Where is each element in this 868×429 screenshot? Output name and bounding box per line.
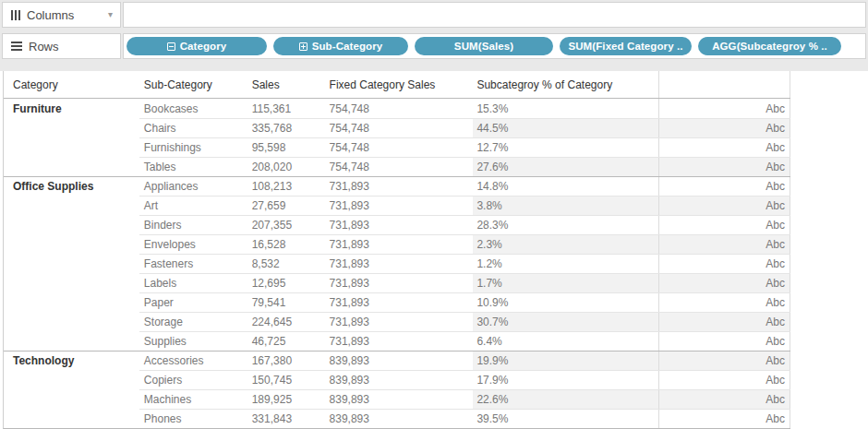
- sales-cell[interactable]: 79,541: [248, 292, 326, 312]
- fixed-category-sales-cell[interactable]: 754,748: [326, 157, 474, 176]
- pct-of-category-cell[interactable]: 28.3%: [473, 215, 658, 234]
- sales-cell[interactable]: 207,355: [248, 215, 326, 234]
- category-cell[interactable]: [4, 196, 139, 215]
- header-subcategory-pct[interactable]: Subcategroy % of Category: [473, 71, 658, 98]
- sub-category-cell[interactable]: Envelopes: [139, 234, 248, 254]
- fixed-category-sales-cell[interactable]: 731,893: [326, 215, 474, 234]
- pill-sum-fixed-category-sales[interactable]: SUM(Fixed Category ..: [560, 37, 692, 55]
- columns-shelf-label-box[interactable]: Columns ▾: [2, 2, 121, 28]
- header-sales[interactable]: Sales: [248, 71, 326, 98]
- pct-of-category-cell[interactable]: 1.2%: [473, 254, 658, 273]
- abc-placeholder-cell[interactable]: Abc: [658, 176, 790, 196]
- category-cell[interactable]: Office Supplies: [4, 176, 139, 196]
- fixed-category-sales-cell[interactable]: 731,893: [326, 196, 474, 215]
- header-fixed-category-sales[interactable]: Fixed Category Sales: [326, 71, 474, 98]
- sub-category-cell[interactable]: Art: [139, 196, 248, 215]
- pct-of-category-cell[interactable]: 1.7%: [473, 273, 658, 292]
- fixed-category-sales-cell[interactable]: 839,893: [326, 370, 474, 389]
- expand-plus-box-icon[interactable]: [299, 42, 307, 51]
- category-cell[interactable]: [4, 409, 139, 428]
- pct-of-category-cell[interactable]: 10.9%: [473, 292, 658, 312]
- category-cell[interactable]: [4, 254, 139, 273]
- pct-of-category-cell[interactable]: 3.8%: [473, 196, 658, 215]
- sales-cell[interactable]: 16,528: [248, 234, 326, 254]
- abc-placeholder-cell[interactable]: Abc: [658, 409, 790, 428]
- collapse-minus-box-icon[interactable]: [167, 42, 175, 51]
- pct-of-category-cell[interactable]: 17.9%: [473, 370, 658, 389]
- pill-agg-subcategory-pct[interactable]: AGG(Subcategroy % ..: [698, 37, 841, 55]
- category-cell[interactable]: Furniture: [4, 99, 139, 118]
- fixed-category-sales-cell[interactable]: 731,893: [326, 234, 474, 254]
- abc-placeholder-cell[interactable]: Abc: [658, 157, 790, 176]
- abc-placeholder-cell[interactable]: Abc: [658, 331, 790, 351]
- fixed-category-sales-cell[interactable]: 839,893: [326, 409, 474, 428]
- abc-placeholder-cell[interactable]: Abc: [658, 196, 790, 215]
- fixed-category-sales-cell[interactable]: 731,893: [326, 176, 474, 196]
- sub-category-cell[interactable]: Paper: [139, 292, 248, 312]
- sales-cell[interactable]: 335,768: [248, 118, 326, 137]
- sales-cell[interactable]: 167,380: [248, 351, 326, 370]
- sub-category-cell[interactable]: Furnishings: [139, 137, 248, 157]
- fixed-category-sales-cell[interactable]: 839,893: [326, 389, 474, 409]
- category-cell[interactable]: [4, 370, 139, 389]
- category-cell[interactable]: [4, 292, 139, 312]
- fixed-category-sales-cell[interactable]: 754,748: [326, 137, 474, 157]
- rows-shelf-tray[interactable]: Category Sub-Category SUM(Sales) SUM(Fix…: [123, 33, 866, 59]
- fixed-category-sales-cell[interactable]: 731,893: [326, 312, 474, 331]
- sub-category-cell[interactable]: Accessories: [139, 351, 248, 370]
- sub-category-cell[interactable]: Phones: [139, 409, 248, 428]
- fixed-category-sales-cell[interactable]: 731,893: [326, 331, 474, 351]
- sales-cell[interactable]: 108,213: [248, 176, 326, 196]
- chevron-down-icon[interactable]: ▾: [108, 10, 113, 19]
- category-cell[interactable]: [4, 312, 139, 331]
- sub-category-cell[interactable]: Appliances: [139, 176, 248, 196]
- sales-cell[interactable]: 189,925: [248, 389, 326, 409]
- abc-placeholder-cell[interactable]: Abc: [658, 215, 790, 234]
- sales-cell[interactable]: 224,645: [248, 312, 326, 331]
- pill-sum-sales[interactable]: SUM(Sales): [415, 37, 553, 55]
- abc-placeholder-cell[interactable]: Abc: [658, 351, 790, 370]
- pct-of-category-cell[interactable]: 2.3%: [473, 234, 658, 254]
- columns-shelf-tray[interactable]: [123, 2, 866, 28]
- header-sub-category[interactable]: Sub-Category: [139, 71, 248, 98]
- sales-cell[interactable]: 95,598: [248, 137, 326, 157]
- sub-category-cell[interactable]: Machines: [139, 389, 248, 409]
- sub-category-cell[interactable]: Bookcases: [139, 99, 248, 118]
- pct-of-category-cell[interactable]: 12.7%: [473, 137, 658, 157]
- pct-of-category-cell[interactable]: 22.6%: [473, 389, 658, 409]
- pct-of-category-cell[interactable]: 44.5%: [473, 118, 658, 137]
- sales-cell[interactable]: 46,725: [248, 331, 326, 351]
- sub-category-cell[interactable]: Storage: [139, 312, 248, 331]
- pct-of-category-cell[interactable]: 6.4%: [473, 331, 658, 351]
- category-cell[interactable]: [4, 215, 139, 234]
- pct-of-category-cell[interactable]: 14.8%: [473, 176, 658, 196]
- category-cell[interactable]: [4, 331, 139, 351]
- fixed-category-sales-cell[interactable]: 731,893: [326, 292, 474, 312]
- sales-cell[interactable]: 12,695: [248, 273, 326, 292]
- abc-placeholder-cell[interactable]: Abc: [658, 370, 790, 389]
- sales-cell[interactable]: 8,532: [248, 254, 326, 273]
- abc-placeholder-cell[interactable]: Abc: [658, 273, 790, 292]
- abc-placeholder-cell[interactable]: Abc: [658, 312, 790, 331]
- sub-category-cell[interactable]: Labels: [139, 273, 248, 292]
- abc-placeholder-cell[interactable]: Abc: [658, 292, 790, 312]
- sales-cell[interactable]: 331,843: [248, 409, 326, 428]
- header-category[interactable]: Category: [4, 71, 139, 98]
- sub-category-cell[interactable]: Copiers: [139, 370, 248, 389]
- pct-of-category-cell[interactable]: 27.6%: [473, 157, 658, 176]
- rows-shelf-label-box[interactable]: Rows: [2, 33, 121, 59]
- sub-category-cell[interactable]: Binders: [139, 215, 248, 234]
- sub-category-cell[interactable]: Supplies: [139, 331, 248, 351]
- category-cell[interactable]: [4, 118, 139, 137]
- fixed-category-sales-cell[interactable]: 754,748: [326, 99, 474, 118]
- abc-placeholder-cell[interactable]: Abc: [658, 99, 790, 118]
- fixed-category-sales-cell[interactable]: 754,748: [326, 118, 474, 137]
- sub-category-cell[interactable]: Chairs: [139, 118, 248, 137]
- pct-of-category-cell[interactable]: 39.5%: [473, 409, 658, 428]
- category-cell[interactable]: [4, 389, 139, 409]
- fixed-category-sales-cell[interactable]: 839,893: [326, 351, 474, 370]
- category-cell[interactable]: [4, 137, 139, 157]
- sales-cell[interactable]: 115,361: [248, 99, 326, 118]
- fixed-category-sales-cell[interactable]: 731,893: [326, 273, 474, 292]
- abc-placeholder-cell[interactable]: Abc: [658, 234, 790, 254]
